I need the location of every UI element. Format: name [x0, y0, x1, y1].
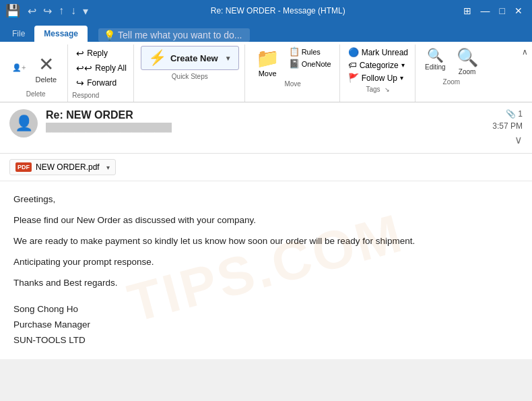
- redo-button[interactable]: ↪: [41, 5, 54, 18]
- attachment-filename: NEW ORDER.pdf: [36, 162, 100, 172]
- sig-company: SUN-TOOLS LTD: [13, 333, 519, 348]
- delete-icon: ✕: [38, 53, 54, 75]
- attachment-item[interactable]: PDF NEW ORDER.pdf ▾: [9, 159, 116, 175]
- ribbon-delete-group: 👤+ ✕ Delete Delete: [4, 44, 68, 102]
- ribbon-quicksteps-group: ⚡ Create New ▼ Quick Steps: [135, 44, 245, 102]
- undo-button[interactable]: ↩: [26, 5, 38, 18]
- attachment-count: 📎 1: [506, 109, 523, 119]
- move-button[interactable]: 📁 Move: [252, 46, 284, 79]
- delete-group-label: Delete: [26, 90, 46, 99]
- paperclip-icon: 📎: [506, 109, 516, 119]
- rules-button[interactable]: 📋 Rules: [286, 46, 334, 57]
- move-group-label: Move: [284, 80, 300, 89]
- forward-button[interactable]: ↪ Forward: [72, 75, 131, 90]
- follow-up-dropdown-icon: ▾: [400, 74, 403, 82]
- move-icon: 📁: [256, 47, 279, 69]
- attachment-bar: PDF NEW ORDER.pdf ▾: [0, 154, 532, 181]
- email-header-right: 📎 1 3:57 PM ∨: [492, 109, 523, 146]
- delete-button[interactable]: ✕ Delete: [30, 52, 62, 85]
- move-sub-buttons: 📋 Rules 📓 OneNote: [286, 46, 334, 69]
- follow-up-button[interactable]: 🚩 Follow Up ▾: [345, 71, 411, 84]
- quicksteps-group-label: Quick Steps: [172, 73, 208, 82]
- tab-bar: File Message 💡 Tell me what you want to …: [0, 22, 532, 42]
- attachment-number: 1: [518, 109, 523, 119]
- reply-all-icon: ↩↩: [76, 63, 92, 73]
- window-title: Re: NEW ORDER - Message (HTML): [97, 6, 459, 16]
- delete-label: Delete: [35, 75, 57, 84]
- zoom-label: Zoom: [459, 68, 476, 75]
- reply-label: Reply: [87, 49, 108, 58]
- tab-search[interactable]: 💡 Tell me what you want to do...: [98, 28, 250, 42]
- delete-all-button[interactable]: 👤+: [12, 63, 26, 72]
- ribbon-move-group: 📁 Move 📋 Rules 📓 OneNote Move: [246, 44, 340, 102]
- minimize-button[interactable]: —: [477, 5, 494, 16]
- categorize-icon: 🏷: [348, 60, 357, 70]
- quicksteps-dropdown-icon[interactable]: ▼: [225, 55, 232, 62]
- tab-message[interactable]: Message: [34, 26, 88, 42]
- sig-title: Purchase Manager: [13, 317, 519, 333]
- tags-group-label: Tags ↘: [345, 84, 411, 93]
- from-blurred: ██████████████████████: [46, 123, 172, 132]
- forward-label: Forward: [87, 78, 117, 88]
- lightbulb-icon: 💡: [104, 30, 115, 40]
- email-line3: Anticipating your prompt response.: [13, 255, 519, 270]
- email-header: 👤 Re: NEW ORDER ██████████████████████ 📎…: [0, 102, 532, 154]
- email-signature: Song Chong Ho Purchase Manager SUN-TOOLS…: [13, 302, 519, 348]
- title-bar: 💾 ↩ ↪ ↑ ↓ ▾ Re: NEW ORDER - Message (HTM…: [0, 0, 532, 22]
- categorize-dropdown-icon: ▾: [401, 61, 405, 69]
- email-line4: Thanks and Best regards.: [13, 276, 519, 291]
- ribbon-collapse-area: ∧: [522, 44, 528, 102]
- create-new-button[interactable]: ⚡ Create New ▼: [141, 46, 239, 70]
- attachment-dropdown-icon[interactable]: ▾: [106, 164, 110, 171]
- email-greeting: Greetings,: [13, 192, 519, 208]
- outlook-icon: 💾: [5, 3, 20, 18]
- email-subject: Re: NEW ORDER: [46, 109, 492, 121]
- reply-icon: ↩: [76, 48, 84, 59]
- move-label: Move: [259, 69, 277, 78]
- onenote-button[interactable]: 📓 OneNote: [286, 58, 334, 69]
- ribbon-tags-group: 🔵 Mark Unread 🏷 Categorize ▾ 🚩 Follow Up…: [341, 44, 415, 102]
- download-button[interactable]: ↓: [69, 5, 78, 18]
- main-content: TIPS.COM 👤 Re: NEW ORDER ███████████████…: [0, 102, 532, 359]
- zoom-button[interactable]: 🔍 Zoom: [453, 46, 482, 77]
- zoom-group-label: Zoom: [443, 78, 461, 87]
- close-button[interactable]: ✕: [510, 5, 527, 16]
- onenote-label: OneNote: [302, 60, 331, 68]
- editing-label: Editing: [425, 63, 446, 71]
- options-button[interactable]: ▾: [81, 5, 90, 18]
- onenote-icon: 📓: [289, 59, 300, 69]
- email-expand-button[interactable]: ∨: [514, 133, 523, 146]
- window-controls: ⊞ — □ ✕: [459, 5, 527, 16]
- email-line2: We are ready to make payment so kindly l…: [13, 234, 519, 249]
- ribbon: 👤+ ✕ Delete Delete ↩ Reply ↩↩ Reply All …: [0, 42, 532, 102]
- email-time: 3:57 PM: [492, 121, 523, 131]
- categorize-button[interactable]: 🏷 Categorize ▾: [345, 59, 411, 71]
- mark-unread-button[interactable]: 🔵 Mark Unread: [345, 46, 411, 59]
- rules-label: Rules: [302, 48, 321, 56]
- email-line1: Please find our New Order as discussed w…: [13, 213, 519, 228]
- upload-button[interactable]: ↑: [57, 5, 66, 18]
- maximize-button[interactable]: □: [496, 5, 509, 16]
- follow-up-label: Follow Up: [362, 73, 397, 83]
- reply-all-button[interactable]: ↩↩ Reply All: [72, 61, 131, 75]
- sig-name: Song Chong Ho: [13, 302, 519, 317]
- tab-file[interactable]: File: [3, 26, 34, 42]
- zoom-icon: 🔍: [457, 47, 478, 68]
- reply-button[interactable]: ↩ Reply: [72, 46, 131, 61]
- follow-up-icon: 🚩: [348, 73, 359, 83]
- categorize-label: Categorize: [360, 61, 399, 70]
- grid-button[interactable]: ⊞: [459, 5, 475, 16]
- respond-group-label: Respond: [72, 92, 131, 100]
- mark-unread-icon: 🔵: [348, 47, 359, 57]
- rules-icon: 📋: [289, 47, 300, 57]
- ribbon-zoom-group: 🔍 Editing 🔍 Zoom Zoom: [417, 44, 486, 102]
- ribbon-collapse-button[interactable]: ∧: [522, 47, 528, 57]
- email-header-meta: Re: NEW ORDER ██████████████████████: [46, 109, 492, 132]
- lightning-icon: ⚡: [148, 49, 166, 67]
- forward-icon: ↪: [76, 78, 84, 88]
- editing-button[interactable]: 🔍 Editing: [421, 46, 450, 77]
- reply-all-label: Reply All: [95, 63, 127, 73]
- tags-expand-icon[interactable]: ↘: [385, 86, 390, 93]
- sender-avatar: 👤: [9, 109, 38, 137]
- search-hint: Tell me what you want to do...: [118, 30, 242, 40]
